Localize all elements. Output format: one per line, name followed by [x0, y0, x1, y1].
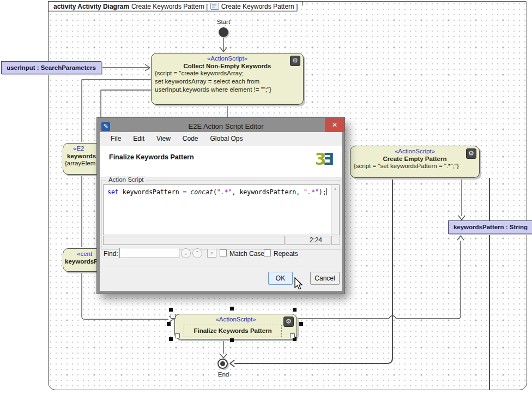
activity-diagram-icon: [210, 3, 219, 10]
selection-handle[interactable]: [169, 337, 173, 341]
initial-node[interactable]: [219, 27, 228, 37]
editor-scrollbar[interactable]: ▴: [331, 185, 339, 235]
e2e-logo-icon: 3E: [315, 150, 334, 169]
cancel-button[interactable]: Cancel: [310, 272, 340, 285]
find-label: Find:: [104, 250, 118, 258]
code-line[interactable]: set keywordsPattern = concat(".*", keywo…: [107, 188, 327, 196]
stereotype-label: «ActionScript»: [152, 53, 303, 62]
frame-title-keyword: activity Activity Diagram: [53, 3, 129, 10]
object-node-userinput[interactable]: userInput : SearchParameters: [1, 61, 101, 74]
diagram-frame-header: activity Activity Diagram Create Keyword…: [48, 1, 303, 11]
logo-glyph-green: 3: [315, 150, 325, 169]
selection-handle[interactable]: [169, 308, 173, 312]
menu-view[interactable]: View: [150, 132, 177, 146]
object-node-keywordspattern[interactable]: keywordsPattern : String: [448, 220, 532, 234]
find-previous-icon[interactable]: ⌃: [192, 248, 202, 258]
action-script-group: Action Script set keywordsPattern = conc…: [101, 180, 341, 250]
selection-handle[interactable]: [299, 322, 303, 326]
menu-edit[interactable]: Edit: [127, 132, 150, 146]
edited-action-name: Finalize Keywords Pattern: [109, 153, 194, 161]
action-name-edit-box[interactable]: Finalize Keywords Pattern: [184, 325, 282, 337]
selection-handle[interactable]: [230, 338, 234, 342]
action-collect-keywords[interactable]: «ActionScript» Collect Non-Empty Keyword…: [151, 53, 304, 105]
repeats-checkbox[interactable]: [264, 249, 271, 256]
script-text: {script = "create keywordsArray;: [152, 69, 303, 77]
menu-file[interactable]: File: [105, 132, 127, 146]
smart-manipulator[interactable]: [290, 333, 295, 338]
group-label: Action Script: [106, 176, 146, 183]
stereotype-label: «ActionScript»: [175, 314, 297, 323]
gear-icon[interactable]: ⚙: [466, 148, 476, 159]
find-toolbar: Find: ⌄ ⌃ ≡ Match Case Repeats: [100, 247, 342, 261]
smart-manipulator[interactable]: ⋯: [171, 314, 176, 319]
logo-glyph-teal: E: [325, 150, 335, 169]
button-separator: [101, 266, 341, 266]
scroll-up-icon[interactable]: ▴: [334, 186, 337, 191]
find-input[interactable]: [119, 248, 179, 258]
script-text: set keywordsArray = select each from: [152, 77, 303, 86]
script-text: {script = "set keywordsPattern = ".*";"}: [350, 162, 479, 170]
smart-manipulator[interactable]: [175, 333, 180, 338]
menu-code[interactable]: Code: [177, 132, 204, 146]
selection-handle[interactable]: [230, 307, 234, 311]
action-finalize-keywords-pattern[interactable]: «ActionScript» Finalize Keywords Pattern…: [174, 314, 297, 339]
status-cell-small: [331, 236, 340, 245]
dialog-header: Finalize Keywords Pattern 3E: [100, 146, 342, 177]
selection-handle[interactable]: [167, 322, 171, 326]
dialog-menubar: File Edit View Code Global Ops: [100, 132, 342, 146]
gear-icon[interactable]: ⚙: [290, 56, 300, 66]
action-create-empty-pattern[interactable]: «ActionScript» Create Empty Pattern {scr…: [350, 146, 480, 178]
menu-global-ops[interactable]: Global Ops: [204, 132, 249, 146]
find-next-icon[interactable]: ⌄: [181, 248, 191, 258]
selection-handle[interactable]: [293, 308, 297, 312]
script-text: userInput.keywords where element != "";"…: [152, 86, 303, 94]
dialog-title: E2E Action Script Editor: [110, 122, 342, 130]
action-script-editor-dialog: ✎ E2E Action Script Editor ✕ File Edit V…: [97, 118, 344, 294]
ok-button[interactable]: OK: [268, 272, 293, 285]
end-label: End: [211, 371, 235, 378]
application-canvas: activity Activity Diagram Create Keyword…: [0, 0, 532, 394]
action-name: Collect Non-Empty Keywords: [152, 62, 303, 69]
stereotype-label: «ActionScript»: [350, 146, 479, 154]
frame-title-name: Create Keywords Pattern [: [131, 3, 208, 10]
gear-icon[interactable]: ⚙: [283, 317, 294, 327]
caret-position-indicator: 2:24: [286, 236, 330, 245]
dialog-titlebar[interactable]: ✎ E2E Action Script Editor ✕: [100, 121, 342, 132]
highlight-all-icon[interactable]: ≡: [207, 249, 216, 258]
repeats-label: Repeats: [274, 250, 298, 258]
action-name: Create Empty Pattern: [350, 154, 479, 162]
match-case-checkbox[interactable]: [220, 249, 227, 256]
close-button[interactable]: ✕: [325, 118, 344, 132]
code-editor[interactable]: set keywordsPattern = concat(".*", keywo…: [103, 184, 340, 235]
activity-final-node[interactable]: [217, 359, 228, 369]
match-case-label: Match Case: [229, 250, 264, 258]
app-window-icon: ✎: [101, 122, 110, 131]
start-label: Start: [211, 19, 235, 25]
frame-title-ref: Create Keywords Pattern ]: [221, 3, 298, 10]
status-cell-empty: [103, 236, 285, 245]
